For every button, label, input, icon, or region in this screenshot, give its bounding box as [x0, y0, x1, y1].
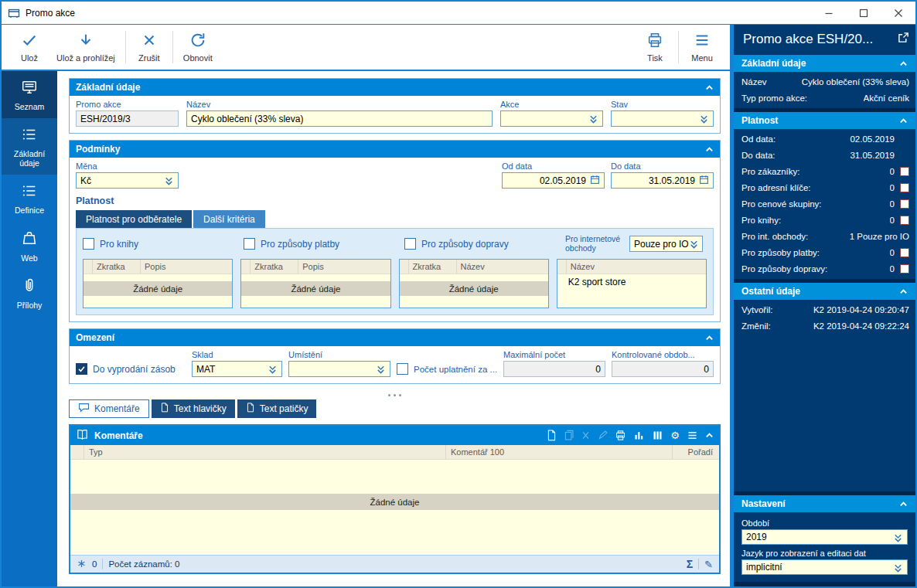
paperclip-icon: [21, 277, 38, 296]
minimize-button[interactable]: [811, 2, 846, 24]
tab-komentare[interactable]: Komentáře: [69, 399, 149, 418]
maximize-button[interactable]: [846, 2, 881, 24]
dropdown-icon[interactable]: [699, 114, 709, 124]
nazev-field[interactable]: Cyklo oblečení (33% sleva): [186, 110, 493, 127]
splitter-handle[interactable]: [69, 390, 721, 399]
pro-zakazniky-checkbox[interactable]: [900, 167, 909, 176]
close-button[interactable]: [881, 2, 915, 24]
promo-akce-label: Promo akce: [76, 100, 179, 109]
sidebar-item-zakladni-udaje[interactable]: Základní údaje: [2, 118, 57, 175]
sidebar-item-prilohy[interactable]: Přílohy: [2, 270, 57, 317]
transport-table: ZkratkaNázev Žádné údaje: [399, 259, 549, 308]
collapse-chevron-icon[interactable]: [899, 287, 908, 296]
right-panel-title: Promo akce ESH/20...: [743, 32, 893, 47]
print-button[interactable]: Tisk: [635, 29, 675, 66]
pro-knihy-checkbox[interactable]: [900, 216, 909, 225]
pro-adresni-klice-checkbox[interactable]: [900, 183, 909, 192]
gear-icon[interactable]: ⚙: [670, 430, 680, 440]
sigma-icon[interactable]: Σ: [687, 558, 693, 570]
tab-text-paticky[interactable]: Text patičky: [237, 399, 317, 418]
info-row: Pro cenové skupiny:0: [734, 195, 915, 212]
internet-shops-combo[interactable]: Pouze pro IO: [629, 236, 703, 252]
maximalni-pocet-label: Maximální počet: [503, 350, 605, 359]
stav-combo[interactable]: [611, 110, 714, 127]
tab-text-hlavicky[interactable]: Text hlavičky: [152, 399, 235, 418]
jazyk-combo[interactable]: implicitní: [741, 559, 908, 575]
do-data-label: Do data: [611, 161, 714, 171]
collapse-chevron-icon[interactable]: [899, 59, 908, 68]
refresh-button[interactable]: Obnovit: [176, 29, 220, 66]
obdobi-combo[interactable]: 2019: [741, 529, 908, 545]
column-komentar[interactable]: Komentář 100: [446, 445, 673, 459]
dropdown-icon[interactable]: [893, 563, 903, 573]
list-icon: [21, 126, 38, 144]
kontrolovane-obdobi-field: 0: [612, 361, 714, 377]
pro-cenove-skupiny-checkbox[interactable]: [900, 199, 909, 209]
pencil-icon[interactable]: ✎: [704, 559, 713, 570]
new-record-icon[interactable]: [547, 430, 557, 441]
toolbar-separator: [125, 31, 126, 63]
books-table: ZkratkaPopis Žádné údaje: [83, 259, 233, 308]
dropdown-icon[interactable]: [689, 239, 699, 249]
pro-zpusoby-dopravy-checkbox[interactable]: [404, 238, 416, 250]
sidebar-item-web[interactable]: Web: [2, 222, 57, 269]
dropdown-icon[interactable]: [376, 364, 386, 374]
sidebar-item-seznam[interactable]: Seznam: [2, 71, 57, 118]
collapse-chevron-icon[interactable]: [899, 117, 908, 125]
speech-bubble-icon: [78, 403, 90, 415]
mena-combo[interactable]: Kč: [76, 172, 179, 189]
save-button[interactable]: Ulož: [9, 29, 49, 66]
collapse-chevron-icon[interactable]: [705, 83, 714, 92]
obdobi-label: Období: [741, 518, 908, 528]
pro-zpusoby-dopravy-checkbox[interactable]: [900, 264, 909, 274]
dropdown-icon[interactable]: [164, 175, 174, 185]
column-poradi[interactable]: Pořadí: [673, 445, 719, 459]
tab-dalsi-kriteria[interactable]: Další kritéria: [193, 210, 265, 228]
lock-count: 0: [92, 559, 97, 569]
sklad-combo[interactable]: MAT: [192, 361, 282, 377]
window-controls: [811, 2, 915, 24]
section-podminky: Podmínky Měna Kč: [69, 140, 721, 322]
open-in-window-icon[interactable]: [898, 32, 909, 46]
dropdown-icon[interactable]: [268, 364, 278, 374]
od-data-field[interactable]: 02.05.2019: [502, 172, 605, 189]
delete-record-icon: [581, 430, 591, 441]
sidebar: Seznam Základní údaje Definice Web: [2, 71, 57, 586]
pro-knihy-checkbox[interactable]: [83, 238, 94, 250]
collapse-chevron-icon[interactable]: [705, 145, 714, 154]
mena-label: Měna: [76, 161, 179, 171]
save-and-view-button[interactable]: Ulož a prohlížej: [49, 29, 122, 66]
chart-icon[interactable]: [633, 430, 645, 441]
collapse-chevron-icon[interactable]: [705, 431, 714, 440]
pro-zpusoby-platby-checkbox[interactable]: [900, 248, 909, 257]
status-separator: [698, 559, 699, 569]
print-icon[interactable]: [615, 430, 626, 441]
collapse-chevron-icon[interactable]: [705, 334, 714, 342]
menu-button[interactable]: Menu: [682, 29, 722, 66]
document-icon: [246, 403, 255, 415]
table-row[interactable]: K2 sport store: [557, 274, 706, 289]
pro-zpusoby-platby-checkbox[interactable]: [244, 238, 255, 250]
tab-platnost-pro-odberatele[interactable]: Platnost pro odběratele: [76, 210, 192, 228]
calendar-icon[interactable]: [699, 175, 709, 187]
info-row: NázevCyklo oblečení (33% sleva): [734, 73, 915, 90]
dropdown-icon[interactable]: [893, 532, 903, 542]
right-panel-empty-area: [734, 336, 915, 491]
checkbox-group-pro-zpusoby-dopravy: Pro způsoby dopravy: [404, 238, 565, 250]
columns-icon[interactable]: [652, 430, 663, 441]
akce-combo[interactable]: [500, 110, 603, 127]
dropdown-icon[interactable]: [588, 114, 598, 124]
section-header: Základní údaje: [70, 79, 720, 96]
umisteni-label: Umístění: [288, 350, 390, 359]
sidebar-item-definice[interactable]: Definice: [2, 175, 57, 222]
do-data-field[interactable]: 31.05.2019: [611, 172, 714, 189]
menu-icon[interactable]: [687, 430, 698, 441]
do-vyprodani-zasob-checkbox[interactable]: [76, 363, 87, 375]
cancel-button[interactable]: Zrušit: [129, 29, 169, 66]
bottom-tabs: Komentáře Text hlavičky Text patičky: [69, 399, 721, 418]
umisteni-combo[interactable]: [288, 361, 390, 377]
calendar-icon[interactable]: [590, 175, 600, 187]
column-typ[interactable]: Typ: [84, 445, 446, 459]
pocet-uplatneni-checkbox[interactable]: [397, 363, 408, 375]
collapse-chevron-icon[interactable]: [899, 500, 908, 508]
